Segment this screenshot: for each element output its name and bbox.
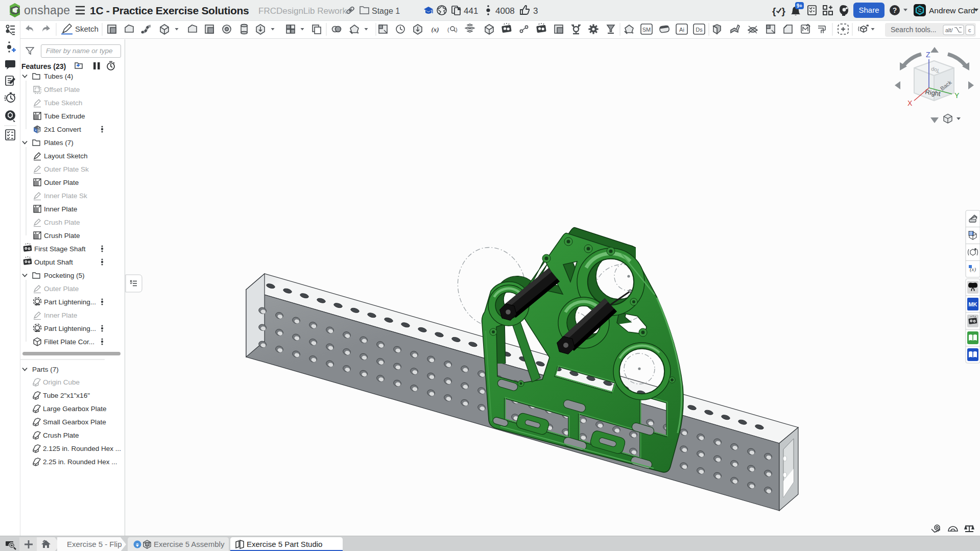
- svg-text:}: }: [782, 6, 786, 16]
- svg-text:FRCDesignLib Rework: FRCDesignLib Rework: [258, 6, 347, 16]
- svg-text:{: {: [772, 6, 776, 16]
- svg-text:onshape: onshape: [24, 4, 70, 17]
- svg-text:Origin Cube: Origin Cube: [43, 378, 80, 386]
- svg-text:Output Shaft: Output Shaft: [34, 258, 73, 266]
- svg-text:Part Lightening...: Part Lightening...: [44, 325, 96, 332]
- svg-text:Plates (7): Plates (7): [44, 139, 74, 147]
- svg-text:MK: MK: [968, 301, 977, 307]
- svg-text:Outer Plate: Outer Plate: [44, 179, 79, 186]
- svg-text:Exercise 5 Assembly: Exercise 5 Assembly: [154, 540, 225, 548]
- svg-text:Pocketing (5): Pocketing (5): [44, 272, 85, 279]
- svg-text:Ai: Ai: [679, 27, 684, 33]
- svg-text:441: 441: [464, 6, 478, 16]
- svg-text:Stage 1: Stage 1: [372, 7, 400, 15]
- svg-text:4008: 4008: [495, 6, 515, 16]
- svg-text:): ): [456, 27, 458, 33]
- svg-text:Crush Plate: Crush Plate: [43, 432, 79, 439]
- svg-text:Tubes (4): Tubes (4): [44, 73, 73, 80]
- svg-text:Tube Extrude: Tube Extrude: [44, 112, 85, 120]
- svg-text:3: 3: [533, 6, 538, 16]
- svg-text:Exercise 5 Part Studio: Exercise 5 Part Studio: [247, 540, 322, 548]
- svg-text:X: X: [907, 99, 913, 107]
- svg-text:Z: Z: [926, 51, 930, 59]
- svg-text:Parts (7): Parts (7): [32, 366, 59, 373]
- svg-text:2x1 Convert: 2x1 Convert: [44, 126, 81, 133]
- svg-text:Exercise 5 - Flip: Exercise 5 - Flip: [67, 540, 122, 548]
- svg-text:(: (: [447, 27, 449, 33]
- svg-text:alt/: alt/: [945, 27, 953, 33]
- svg-text:Large Gearbox Plate: Large Gearbox Plate: [43, 405, 107, 413]
- svg-text:Inner Plate Sk: Inner Plate Sk: [44, 192, 87, 200]
- svg-text:Inner Plate: Inner Plate: [44, 312, 77, 319]
- svg-text:Outer Plate: Outer Plate: [44, 285, 79, 293]
- svg-text:Offset Plate: Offset Plate: [44, 86, 80, 93]
- svg-text:(x): (x): [431, 26, 439, 33]
- svg-text:Tube Sketch: Tube Sketch: [44, 99, 82, 107]
- svg-text:?: ?: [893, 6, 897, 14]
- svg-text:Outer Plate Sk: Outer Plate Sk: [44, 165, 89, 173]
- svg-text:Inner Plate: Inner Plate: [44, 205, 77, 213]
- svg-text:First Stage Shaft: First Stage Shaft: [34, 245, 86, 253]
- svg-text:c: c: [968, 27, 971, 33]
- svg-text:Search tools...: Search tools...: [891, 26, 937, 34]
- svg-text:Fillet Plate Cor...: Fillet Plate Cor...: [44, 338, 94, 346]
- svg-text:Part Lightening...: Part Lightening...: [44, 298, 96, 306]
- svg-text:Tube 2"x1"x16": Tube 2"x1"x16": [43, 392, 90, 399]
- svg-text:Y: Y: [954, 91, 960, 100]
- svg-text:2.125 in. Rounded Hex ...: 2.125 in. Rounded Hex ...: [43, 445, 121, 452]
- svg-text:Andrew Card: Andrew Card: [929, 6, 975, 15]
- svg-text:Small Gearbox Plate: Small Gearbox Plate: [43, 418, 106, 426]
- svg-text:SM: SM: [642, 27, 651, 33]
- svg-text:2.25 in. Rounded Hex ...: 2.25 in. Rounded Hex ...: [43, 458, 117, 466]
- svg-text:1C - Practice Exercise Solutio: 1C - Practice Exercise Solutions: [90, 5, 249, 16]
- svg-text:Crush Plate: Crush Plate: [44, 232, 80, 239]
- svg-text:9+: 9+: [797, 3, 803, 9]
- svg-text:Ds: Ds: [696, 27, 703, 33]
- svg-text:Crush Plate: Crush Plate: [44, 219, 80, 226]
- svg-text:Sketch: Sketch: [75, 25, 99, 33]
- svg-text:Layout Sketch: Layout Sketch: [44, 152, 88, 160]
